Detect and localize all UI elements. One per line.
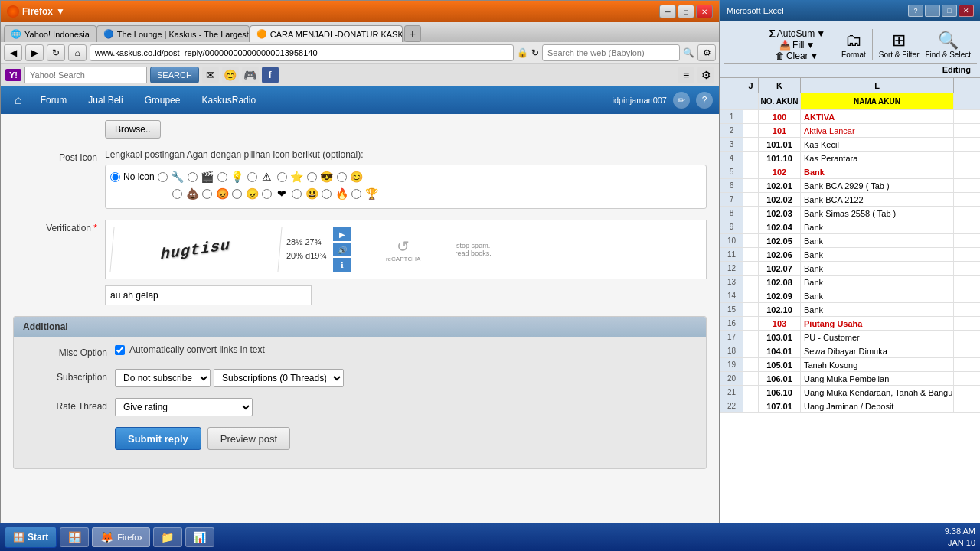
cell-account-name[interactable]: Bank BCA 2929 ( Tab ) [801,179,954,192]
gear-icon[interactable]: ⚙ [697,67,714,83]
excel-restore-button[interactable]: □ [942,5,957,17]
excel-row[interactable]: 13 102.08 Bank [720,276,980,289]
excel-row[interactable]: 20 106.01 Uang Muka Pembelian [720,372,980,386]
autosum-dropdown-icon[interactable]: ▼ [816,28,825,39]
icon-radio-12[interactable] [262,189,272,199]
minimize-button[interactable]: ─ [659,5,676,18]
excel-help-button[interactable]: ? [908,5,923,17]
cell-account-name[interactable]: Bank Simas 2558 ( Tab ) [801,207,954,220]
taskbar-explorer[interactable]: 📁 [153,527,182,547]
autosum-button[interactable]: Σ AutoSum ▼ [769,28,825,40]
cell-account-num[interactable]: 102.05 [759,234,801,247]
nav-radio[interactable]: KaskusRadio [191,86,266,114]
yahoo-search-button[interactable]: SEARCH [150,67,199,83]
captcha-input[interactable] [105,285,312,305]
cell-account-name[interactable]: Bank [801,276,954,289]
cell-account-name[interactable]: Bank [801,165,954,178]
yahoo-search-input[interactable] [24,67,147,83]
cell-account-name[interactable]: Uang Muka Kendaraan, Tanah & Bangu [801,386,954,399]
cell-account-name[interactable]: Kas Kecil [801,138,954,151]
cell-account-num[interactable]: 101 [759,124,801,137]
cell-account-num[interactable]: 100 [759,110,801,123]
cell-account-num[interactable]: 102.10 [759,303,801,316]
excel-row[interactable]: 10 102.05 Bank [720,234,980,248]
taskbar-excel[interactable]: 📊 [185,527,214,547]
icon-radio-9[interactable] [172,189,182,199]
games-icon[interactable]: 🎮 [242,67,259,83]
clear-button[interactable]: 🗑 Clear ▼ [776,51,819,61]
icon-radio-13[interactable] [292,189,302,199]
excel-row[interactable]: 11 102.06 Bank [720,248,980,262]
cell-account-name[interactable]: Uang Jaminan / Deposit [801,399,954,412]
menu-icon[interactable]: ≡ [678,67,694,83]
cell-account-num[interactable]: 102.01 [759,179,801,192]
facebook-icon[interactable]: f [262,67,279,83]
excel-row[interactable]: 9 102.04 Bank [720,220,980,234]
subscription-threads-dropdown[interactable]: Subscriptions (0 Threads) [214,369,344,387]
cell-account-num[interactable]: 102.03 [759,207,801,220]
fill-dropdown-icon[interactable]: ▼ [805,40,815,51]
preview-button[interactable]: Preview post [207,427,290,450]
nav-jualbeli[interactable]: Jual Beli [77,86,133,114]
title-dropdown[interactable]: ▼ [56,6,65,17]
col-l-header[interactable]: L [801,78,954,93]
excel-row[interactable]: 3 101.01 Kas Kecil [720,138,980,152]
icon-radio-5[interactable] [247,172,257,182]
cell-account-name[interactable]: Piutang Usaha [801,317,954,330]
excel-row[interactable]: 1 100 AKTIVA [720,110,980,124]
cell-account-num[interactable]: 102.08 [759,276,801,289]
browse-button[interactable]: Browse.. [105,120,161,139]
taskbar-firefox[interactable]: 🦊 Firefox [92,527,150,547]
smiley-icon[interactable]: 😊 [222,67,239,83]
icon-radio-2[interactable] [158,172,168,182]
back-button[interactable]: ◀ [4,44,22,61]
cell-account-name[interactable]: Aktiva Lancar [801,124,954,137]
address-bar[interactable] [90,44,514,61]
refresh-icon[interactable]: ↻ [531,47,539,58]
cell-account-num[interactable]: 102.09 [759,289,801,302]
icon-radio-10[interactable] [202,189,212,199]
excel-row[interactable]: 19 105.01 Tanah Kosong [720,358,980,372]
excel-row[interactable]: 2 101 Aktiva Lancar [720,124,980,138]
excel-row[interactable]: 21 106.10 Uang Muka Kendaraan, Tanah & B… [720,386,980,399]
icon-radio-8[interactable] [337,172,347,182]
col-k-header[interactable]: K [759,78,801,93]
cell-account-num[interactable]: 102.06 [759,248,801,261]
cell-account-name[interactable]: Bank [801,289,954,302]
kaskus-home-button[interactable]: ⌂ [7,93,30,107]
cell-account-num[interactable]: 106.01 [759,372,801,385]
cell-account-name[interactable]: Bank BCA 2122 [801,193,954,206]
cell-account-name[interactable]: Bank [801,303,954,316]
clear-dropdown-icon[interactable]: ▼ [810,51,819,61]
mail-icon[interactable]: ✉ [202,67,219,83]
audio-info-button[interactable]: ℹ [333,258,351,272]
tab-kaskus[interactable]: 🟠 CARA MENJADI -DONATUR KASKUS -... ✕ [250,25,403,42]
submit-button[interactable]: Submit reply [115,427,201,450]
cell-account-num[interactable]: 103.01 [759,331,801,344]
home-button[interactable]: ⌂ [68,44,87,61]
sort-filter-icon[interactable]: ⊞ [892,31,906,51]
excel-close-button[interactable]: ✕ [959,5,974,17]
find-select-icon[interactable]: 🔍 [938,31,959,51]
tab-lounge[interactable]: 🔵 The Lounge | Kaskus - The Largest In..… [96,25,250,42]
forward-button[interactable]: ▶ [25,44,44,61]
cell-account-num[interactable]: 103 [759,317,801,330]
cell-account-num[interactable]: 104.01 [759,344,801,357]
cell-account-name[interactable]: PU - Customer [801,331,954,344]
cell-account-name[interactable]: Bank [801,248,954,261]
search-bar[interactable] [542,44,680,61]
excel-row[interactable]: 17 103.01 PU - Customer [720,331,980,344]
no-icon-radio[interactable] [110,172,120,182]
col-j-header[interactable]: J [743,78,759,93]
icon-radio-6[interactable] [277,172,287,182]
excel-minimize-button[interactable]: ─ [925,5,940,17]
auto-convert-checkbox[interactable] [115,345,125,355]
cell-account-name[interactable]: Bank [801,220,954,233]
excel-row[interactable]: 22 107.01 Uang Jaminan / Deposit [720,399,980,413]
cell-account-num[interactable]: 102.02 [759,193,801,206]
excel-row[interactable]: 5 102 Bank [720,165,980,179]
cell-account-num[interactable]: 102 [759,165,801,178]
excel-row[interactable]: 8 102.03 Bank Simas 2558 ( Tab ) [720,207,980,220]
format-icon[interactable]: 🗂 [845,31,862,51]
fill-button[interactable]: 📥 Fill ▼ [779,40,815,51]
